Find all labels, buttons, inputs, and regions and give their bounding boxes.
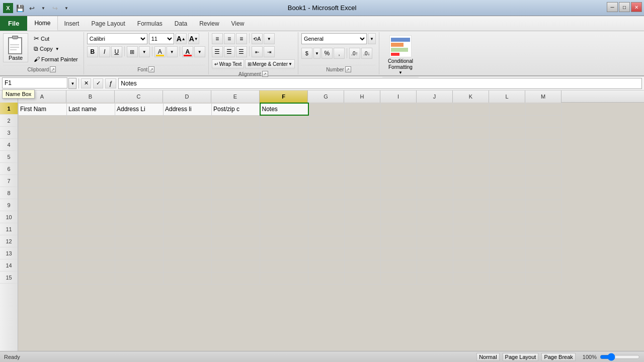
menu-data[interactable]: Data — [169, 16, 193, 31]
formula-input[interactable] — [118, 78, 642, 89]
menu-view[interactable]: View — [225, 16, 251, 31]
col-header-d[interactable]: D — [163, 90, 211, 103]
col-header-c[interactable]: C — [115, 90, 163, 103]
cell-l1[interactable] — [490, 103, 526, 115]
minimize-btn[interactable]: ─ — [607, 2, 618, 12]
row-header-7[interactable]: 7 — [0, 175, 18, 187]
row-header-15[interactable]: 15 — [0, 272, 18, 284]
row-header-9[interactable]: 9 — [0, 199, 18, 211]
row-header-4[interactable]: 4 — [0, 139, 18, 151]
cell-h1[interactable] — [345, 103, 381, 115]
col-header-m[interactable]: M — [525, 90, 561, 103]
orientation-button[interactable]: ⟲A — [252, 33, 263, 44]
wrap-text-button[interactable]: ↵ Wrap Text — [212, 59, 245, 68]
confirm-formula-btn[interactable]: ✓ — [93, 78, 103, 88]
insert-function-btn[interactable]: ƒ — [105, 78, 116, 88]
border-button[interactable]: ⊞ — [127, 46, 138, 57]
row-header-6[interactable]: 6 — [0, 163, 18, 175]
decrease-indent-button[interactable]: ⇤ — [252, 46, 263, 57]
menu-review[interactable]: Review — [193, 16, 225, 31]
col-header-e[interactable]: E — [211, 90, 260, 103]
align-center-button[interactable]: ☰ — [224, 46, 235, 57]
bold-button[interactable]: B — [87, 46, 98, 57]
font-size-select[interactable]: 11 — [149, 33, 174, 44]
copy-dropdown-icon[interactable]: ▼ — [55, 47, 59, 51]
page-layout-view-btn[interactable]: Page Layout — [503, 353, 539, 361]
col-header-j[interactable]: J — [417, 90, 453, 103]
row-header-13[interactable]: 13 — [0, 247, 18, 259]
cell-e1[interactable]: Post/zip c — [212, 103, 260, 115]
merge-dropdown-icon[interactable]: ▼ — [288, 62, 292, 66]
merge-center-button[interactable]: ⊞ Merge & Center ▼ — [245, 59, 295, 68]
italic-button[interactable]: I — [99, 46, 110, 57]
number-dialog-launcher[interactable]: ↗ — [345, 66, 351, 72]
col-header-f[interactable]: F — [260, 90, 308, 103]
row-header-1[interactable]: 1 — [0, 103, 18, 115]
cell-f1[interactable]: Notes — [260, 103, 308, 115]
currency-dropdown[interactable]: ▼ — [313, 48, 320, 59]
cond-format-dropdown[interactable]: ▼ — [398, 70, 403, 75]
number-format-select[interactable]: General — [301, 33, 367, 44]
undo-quick-btn[interactable]: ↩ — [27, 3, 37, 13]
col-header-l[interactable]: L — [489, 90, 525, 103]
align-top-center-button[interactable]: ≡ — [224, 33, 235, 44]
col-header-k[interactable]: K — [453, 90, 489, 103]
cell-k1[interactable] — [453, 103, 490, 115]
normal-view-btn[interactable]: Normal — [476, 353, 499, 361]
undo-dropdown-btn[interactable]: ▼ — [38, 3, 48, 13]
font-name-select[interactable]: Calibri — [87, 33, 147, 44]
col-header-b[interactable]: B — [66, 90, 115, 103]
customize-btn[interactable]: ▼ — [61, 3, 71, 13]
font-color-dropdown[interactable]: ▼ — [194, 46, 205, 57]
cell-j1[interactable] — [417, 103, 453, 115]
clipboard-dialog-launcher[interactable]: ↗ — [50, 66, 56, 72]
zoom-slider[interactable] — [600, 353, 640, 361]
cell-c1[interactable]: Address Li — [115, 103, 164, 115]
percent-btn[interactable]: % — [321, 48, 333, 59]
row-header-12[interactable]: 12 — [0, 235, 18, 247]
close-btn[interactable]: ✕ — [631, 2, 642, 12]
menu-file[interactable]: File — [0, 16, 27, 31]
align-top-right-button[interactable]: ≡ — [236, 33, 247, 44]
col-header-g[interactable]: G — [308, 90, 344, 103]
page-break-btn[interactable]: Page Break — [541, 353, 575, 361]
increase-indent-button[interactable]: ⇥ — [264, 46, 275, 57]
row-header-10[interactable]: 10 — [0, 211, 18, 223]
cell-m1[interactable] — [526, 103, 562, 115]
underline-button[interactable]: U — [111, 46, 122, 57]
menu-home[interactable]: Home — [27, 16, 58, 31]
border-dropdown[interactable]: ▼ — [139, 46, 150, 57]
increase-decimal-btn[interactable]: .0↑ — [349, 48, 360, 59]
grow-font-button[interactable]: A▲ — [176, 33, 187, 44]
alignment-dialog-launcher[interactable]: ↗ — [262, 71, 268, 77]
cell-a2[interactable] — [19, 115, 67, 127]
cell-d1[interactable]: Address li — [164, 103, 212, 115]
cell-i1[interactable] — [381, 103, 417, 115]
orientation-dropdown[interactable]: ▼ — [264, 33, 275, 44]
cell-a1[interactable]: First Nam — [19, 103, 67, 115]
row-header-3[interactable]: 3 — [0, 127, 18, 139]
shrink-font-button[interactable]: A▼ — [188, 33, 199, 44]
format-painter-button[interactable]: 🖌 Format Painter — [31, 54, 80, 64]
font-dialog-launcher[interactable]: ↗ — [148, 66, 154, 72]
menu-formulas[interactable]: Formulas — [131, 16, 169, 31]
col-header-h[interactable]: H — [344, 90, 380, 103]
menu-insert[interactable]: Insert — [58, 16, 85, 31]
row-header-14[interactable]: 14 — [0, 259, 18, 272]
paste-button[interactable]: Paste — [3, 33, 28, 62]
fill-color-button[interactable]: A — [154, 46, 166, 57]
decrease-decimal-btn[interactable]: .0↓ — [361, 48, 372, 59]
cell-g1[interactable] — [308, 103, 345, 115]
redo-quick-btn[interactable]: ↪ — [50, 3, 60, 13]
row-header-5[interactable]: 5 — [0, 151, 18, 163]
row-header-8[interactable]: 8 — [0, 187, 18, 199]
fill-dropdown[interactable]: ▼ — [167, 46, 178, 57]
cell-b1[interactable]: Last name — [67, 103, 115, 115]
align-top-left-button[interactable]: ≡ — [212, 33, 223, 44]
menu-page-layout[interactable]: Page Layout — [85, 16, 131, 31]
comma-btn[interactable]: , — [334, 48, 345, 59]
font-color-button[interactable]: A — [182, 46, 193, 57]
conditional-formatting-button[interactable]: ConditionalFormatting ▼ — [382, 33, 419, 77]
copy-button[interactable]: ⧉ Copy ▼ — [31, 44, 80, 54]
number-dropdown-btn[interactable]: ▼ — [368, 33, 376, 44]
